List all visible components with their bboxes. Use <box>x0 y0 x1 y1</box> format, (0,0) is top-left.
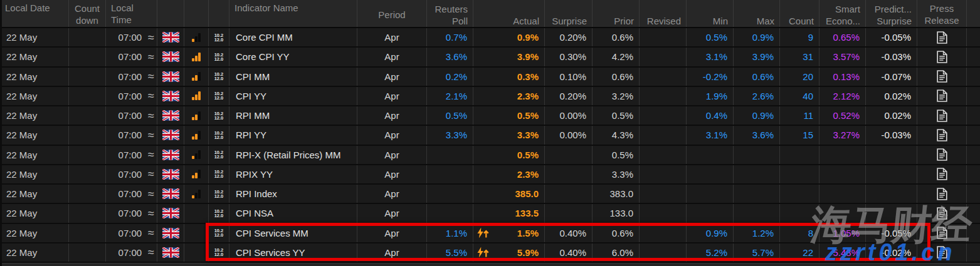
cell-flag <box>157 28 184 46</box>
header-local-date[interactable]: Local Date <box>0 0 69 27</box>
cell-period: Apr <box>357 165 427 183</box>
header-label: Time <box>111 14 132 26</box>
press-release-icon[interactable] <box>937 51 947 63</box>
cell-revised <box>640 185 687 203</box>
cell-gutter <box>967 126 980 144</box>
actual-value: 0.5% <box>517 110 539 121</box>
cell-indicator: CPI Services YY <box>229 243 357 262</box>
local-time-value: 07:00 <box>119 169 142 180</box>
press-release-icon[interactable] <box>937 148 947 161</box>
approx-time-icon: ≈ <box>148 247 154 258</box>
press-release-icon[interactable] <box>937 129 947 141</box>
header-revised[interactable]: Revised <box>640 0 687 27</box>
cell-actual: 2.3% <box>473 165 545 183</box>
cell-gutter <box>967 204 980 222</box>
cell-indicator: CPI Services MM <box>229 224 357 242</box>
press-release-icon[interactable] <box>937 168 947 180</box>
header-bars <box>184 0 209 27</box>
header-label: Count <box>75 3 100 14</box>
table-row[interactable]: 22 May07:00≈10.212.0CPI Services MMApr1.… <box>0 224 980 243</box>
header-max[interactable]: Max <box>734 0 780 27</box>
press-release-icon[interactable] <box>937 207 947 220</box>
table-row[interactable]: 22 May07:00≈10.212.0CPI Services YYApr5.… <box>0 243 980 263</box>
cell-countdown <box>69 185 106 203</box>
cell-indicator: RPI-X (Retail Prices) MM <box>229 146 357 164</box>
cell-surprise: 0.40% <box>545 243 593 262</box>
header-actual[interactable]: Actual <box>473 0 545 27</box>
cell-nums: 10.212.0 <box>209 185 229 203</box>
press-release-icon[interactable] <box>937 227 947 239</box>
header-indicator[interactable]: Indicator Name <box>229 0 357 27</box>
cell-surprise <box>545 204 593 222</box>
table-row[interactable]: 22 May07:00≈10.212.0CPI YYApr2.1%2.3%0.2… <box>0 87 980 106</box>
economic-calendar-table: Local DateCountdownLocalTimeIndicator Na… <box>0 0 980 266</box>
cell-count <box>780 165 819 183</box>
actual-value: 385.0 <box>515 188 539 199</box>
cell-predict <box>866 165 917 183</box>
header-countdown[interactable]: Countdown <box>69 0 106 27</box>
header-label: Surprise <box>552 15 587 27</box>
cell-poll: 2.1% <box>427 87 473 105</box>
cell-gutter <box>967 106 980 125</box>
actual-value: 2.3% <box>517 169 539 180</box>
cell-min: 5.2% <box>687 243 734 262</box>
press-release-icon[interactable] <box>937 246 947 258</box>
header-smart[interactable]: SmartEcono... <box>819 0 866 27</box>
cell-min: 3.1% <box>687 48 734 66</box>
cell-smart: 3.57% <box>819 48 866 66</box>
cell-actual: 385.0 <box>473 185 545 203</box>
uk-flag-icon <box>162 91 179 101</box>
header-period[interactable]: Period <box>357 0 427 27</box>
table-row[interactable]: 22 May07:00≈10.212.0CPI NSAApr133.5133.0 <box>0 204 980 223</box>
press-release-icon[interactable] <box>937 110 947 122</box>
cell-surprise: 0.00% <box>545 126 593 144</box>
header-poll[interactable]: ReutersPoll <box>427 0 473 27</box>
uk-flag-icon <box>162 247 179 258</box>
header-local-time[interactable]: LocalTime <box>106 0 157 27</box>
cell-local-date: 22 May <box>0 243 69 262</box>
header-prior[interactable]: Prior <box>593 0 640 27</box>
approx-time-icon: ≈ <box>148 90 154 101</box>
table-row[interactable]: 22 May07:00≈10.212.0RPI IndexApr385.0383… <box>0 185 980 204</box>
header-press[interactable]: PressRelease <box>917 0 967 27</box>
cell-poll: 0.5% <box>427 106 473 125</box>
header-min[interactable]: Min <box>687 0 734 27</box>
table-row[interactable]: 22 May07:00≈10.212.0CPI MMApr0.2%0.3%0.1… <box>0 68 980 87</box>
press-release-icon[interactable] <box>937 188 947 200</box>
cell-smart <box>819 146 866 164</box>
cell-predict: -0.05% <box>866 224 917 242</box>
cell-press <box>917 224 967 242</box>
cell-nums: 10.212.0 <box>209 243 229 262</box>
cell-max: 0.6% <box>734 68 780 86</box>
press-release-icon[interactable] <box>937 31 947 44</box>
uk-flag-icon <box>162 51 179 62</box>
cell-countdown <box>69 68 106 86</box>
cell-prior: 383.0 <box>593 185 640 203</box>
table-row[interactable]: 22 May07:00≈10.212.0Core CPI MMApr0.7%0.… <box>0 28 980 48</box>
press-release-icon[interactable] <box>937 70 947 83</box>
indicator-values-icon: 10.212.0 <box>214 170 224 178</box>
indicator-values-icon: 10.212.0 <box>214 248 224 257</box>
cell-local-date: 22 May <box>0 185 69 203</box>
cell-bars <box>184 48 209 66</box>
header-predict[interactable]: Predict...Surprise <box>866 0 917 27</box>
cell-max: 5.7% <box>734 243 780 262</box>
table-row[interactable]: 22 May07:00≈10.212.0RPI-X (Retail Prices… <box>0 146 980 165</box>
actual-value: 2.3% <box>517 91 539 101</box>
uk-flag-icon <box>162 169 179 180</box>
importance-bars-icon <box>192 53 201 61</box>
table-row[interactable]: 22 May07:00≈10.212.0RPIX YYApr2.3%3.3% <box>0 165 980 185</box>
cell-nums: 10.212.0 <box>209 48 229 66</box>
cell-press <box>917 87 967 105</box>
approx-time-icon: ≈ <box>148 130 154 141</box>
header-surprise[interactable]: Surprise <box>545 0 593 27</box>
press-release-icon-glyph <box>937 207 947 220</box>
table-row[interactable]: 22 May07:00≈10.212.0RPI YYApr3.3%3.3%0.0… <box>0 126 980 145</box>
table-row[interactable]: 22 May07:00≈10.212.0Core CPI YYApr3.6%3.… <box>0 48 980 67</box>
local-time-value: 07:00 <box>119 71 142 82</box>
cell-local-time: 07:00≈ <box>106 28 157 46</box>
header-label: Poll <box>452 15 468 27</box>
press-release-icon[interactable] <box>937 90 947 102</box>
table-row[interactable]: 22 May07:00≈10.212.0RPI MMApr0.5%0.5%0.0… <box>0 106 980 126</box>
header-count[interactable]: Count <box>780 0 819 27</box>
